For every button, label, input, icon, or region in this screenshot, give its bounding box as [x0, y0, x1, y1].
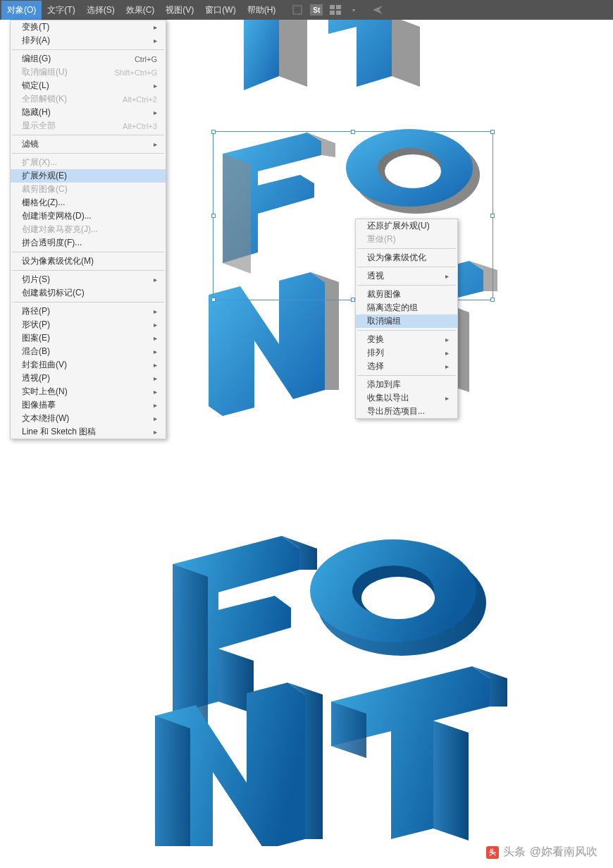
- watermark-prefix: 头条: [503, 845, 526, 860]
- canvas-lower: [0, 494, 613, 846]
- menu-select[interactable]: 选择(S): [81, 1, 120, 20]
- svg-rect-3: [330, 11, 335, 15]
- chevron-right-icon: ▸: [445, 349, 449, 357]
- menu-object[interactable]: 对象(O): [1, 1, 42, 20]
- chevron-right-icon: ▸: [445, 272, 449, 280]
- menubar-icons: St ▾: [292, 4, 383, 16]
- menu-transform[interactable]: 变换(T)▸: [11, 20, 166, 34]
- menu-gradient-mesh[interactable]: 创建渐变网格(D)...: [11, 209, 166, 223]
- ctx-select[interactable]: 选择▸: [356, 360, 457, 373]
- menu-perspective[interactable]: 透视(P)▸: [11, 372, 166, 385]
- search-icon[interactable]: [292, 4, 303, 16]
- menu-show-all: 显示全部Alt+Ctrl+3: [11, 119, 166, 133]
- ctx-pixel-optimize[interactable]: 设为像素级优化: [356, 251, 457, 264]
- menu-filter[interactable]: 滤镜▸: [11, 137, 166, 151]
- menu-crop-image: 裁剪图像(C): [11, 183, 166, 196]
- chevron-right-icon: ▸: [154, 428, 157, 436]
- chevron-right-icon: ▸: [154, 23, 157, 31]
- menu-flatten-transparency[interactable]: 拼合透明度(F)...: [11, 236, 166, 250]
- menu-separator: [357, 285, 456, 286]
- chevron-right-icon: ▸: [154, 37, 157, 44]
- menu-separator: [357, 330, 456, 331]
- menu-lock[interactable]: 锁定(L)▸: [11, 79, 166, 92]
- menu-separator: [12, 135, 164, 135]
- menu-expand: 扩展(X)...: [11, 156, 166, 169]
- chevron-right-icon: ▸: [154, 82, 157, 90]
- chevron-down-icon[interactable]: ▾: [348, 4, 359, 16]
- chevron-right-icon: ▸: [154, 348, 157, 355]
- menu-hide[interactable]: 隐藏(H)▸: [11, 106, 166, 119]
- ctx-add-to-library[interactable]: 添加到库: [356, 378, 457, 391]
- chevron-right-icon: ▸: [154, 321, 157, 329]
- stock-icon[interactable]: St: [310, 4, 323, 16]
- menu-ungroup: 取消编组(U)Shift+Ctrl+G: [11, 66, 166, 79]
- chevron-right-icon: ▸: [154, 401, 157, 409]
- menu-pattern[interactable]: 图案(E)▸: [11, 331, 166, 345]
- menu-live-paint[interactable]: 实时上色(N)▸: [11, 385, 166, 398]
- ctx-undo-expand[interactable]: 还原扩展外观(U): [356, 219, 457, 233]
- chevron-right-icon: ▸: [445, 394, 449, 402]
- menu-line-sketch[interactable]: Line 和 Sketch 图稿▸: [11, 425, 166, 439]
- chevron-right-icon: ▸: [445, 362, 449, 370]
- svg-rect-2: [336, 5, 341, 9]
- chevron-right-icon: ▸: [154, 361, 157, 369]
- menu-help[interactable]: 帮助(H): [242, 1, 282, 20]
- chevron-right-icon: ▸: [154, 374, 157, 382]
- ctx-perspective[interactable]: 透视▸: [356, 269, 457, 283]
- chevron-right-icon: ▸: [154, 334, 157, 342]
- menu-blend[interactable]: 混合(B)▸: [11, 345, 166, 358]
- menu-image-trace[interactable]: 图像描摹▸: [11, 398, 166, 412]
- menu-rasterize[interactable]: 栅格化(Z)...: [11, 196, 166, 209]
- context-menu: 还原扩展外观(U) 重做(R) 设为像素级优化 透视▸ 裁剪图像 隔离选定的组 …: [355, 219, 458, 419]
- watermark: 头 头条 @妳看南风吹: [486, 845, 597, 860]
- chevron-right-icon: ▸: [154, 276, 157, 283]
- menu-slice[interactable]: 切片(S)▸: [11, 273, 166, 286]
- ctx-redo: 重做(R): [356, 233, 457, 246]
- menu-separator: [357, 375, 456, 376]
- menu-separator: [12, 302, 164, 302]
- ctx-transform[interactable]: 变换▸: [356, 333, 457, 346]
- plane-icon[interactable]: [372, 4, 383, 16]
- panel-icon[interactable]: [330, 4, 341, 16]
- menu-effect[interactable]: 效果(C): [120, 1, 161, 20]
- artwork-3d-font-lower: [0, 494, 613, 846]
- menu-group[interactable]: 编组(G)Ctrl+G: [11, 52, 166, 66]
- menu-shape[interactable]: 形状(P)▸: [11, 318, 166, 331]
- menu-object-mosaic: 创建对象马赛克(J)...: [11, 223, 166, 236]
- watermark-author: @妳看南风吹: [530, 845, 597, 860]
- menu-envelope-distort[interactable]: 封套扭曲(V)▸: [11, 358, 166, 372]
- chevron-right-icon: ▸: [154, 388, 157, 396]
- toutiao-icon: 头: [486, 846, 499, 859]
- ctx-collect-export[interactable]: 收集以导出▸: [356, 391, 457, 405]
- ctx-isolate-group[interactable]: 隔离选定的组: [356, 301, 457, 314]
- menu-crop-marks[interactable]: 创建裁切标记(C): [11, 286, 166, 300]
- menu-separator: [12, 270, 164, 271]
- menu-separator: [357, 267, 456, 267]
- menu-view[interactable]: 视图(V): [160, 1, 199, 20]
- menu-separator: [12, 49, 164, 50]
- svg-rect-1: [330, 5, 335, 9]
- menu-separator: [12, 252, 164, 252]
- chevron-right-icon: ▸: [445, 336, 449, 343]
- svg-rect-0: [293, 6, 302, 14]
- menu-arrange[interactable]: 排列(A)▸: [11, 34, 166, 47]
- menu-pixel-optimize[interactable]: 设为像素级优化(M): [11, 255, 166, 268]
- menu-expand-appearance[interactable]: 扩展外观(E): [11, 169, 166, 183]
- menubar: 对象(O) 文字(T) 选择(S) 效果(C) 视图(V) 窗口(W) 帮助(H…: [0, 0, 613, 20]
- menu-unlock-all: 全部解锁(K)Alt+Ctrl+2: [11, 92, 166, 106]
- ctx-export-selection[interactable]: 导出所选项目...: [356, 405, 457, 418]
- ctx-arrange[interactable]: 排列▸: [356, 346, 457, 360]
- svg-point-12: [361, 577, 435, 619]
- menu-separator: [12, 153, 164, 154]
- chevron-right-icon: ▸: [154, 307, 157, 315]
- ctx-crop-image[interactable]: 裁剪图像: [356, 288, 457, 301]
- chevron-right-icon: ▸: [154, 109, 157, 116]
- menu-text-wrap[interactable]: 文本绕排(W)▸: [11, 412, 166, 425]
- menu-path[interactable]: 路径(P)▸: [11, 305, 166, 318]
- svg-rect-4: [336, 11, 341, 15]
- chevron-right-icon: ▸: [154, 415, 157, 422]
- menu-window[interactable]: 窗口(W): [199, 1, 241, 20]
- menu-text[interactable]: 文字(T): [42, 1, 80, 20]
- chevron-right-icon: ▸: [154, 140, 157, 148]
- ctx-ungroup[interactable]: 取消编组: [356, 314, 457, 328]
